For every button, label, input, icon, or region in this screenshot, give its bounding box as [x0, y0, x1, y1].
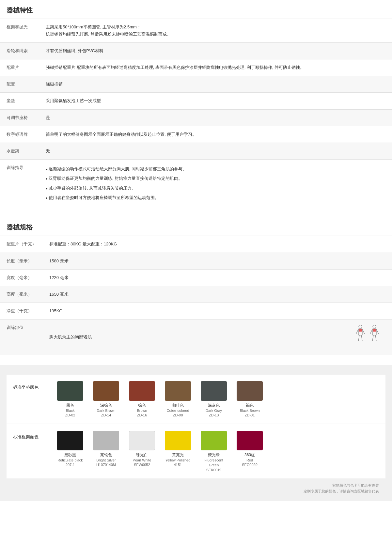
color-name-en: Yellow Polished — [165, 458, 191, 463]
color-swatch-item: 亮银色 Bright Silver H1070140M — [91, 431, 121, 472]
color-swatch-item: 棕色 Brown ZD-16 — [127, 381, 157, 417]
color-name-en: Dark Brown — [97, 408, 115, 413]
row-value: 195KG — [43, 303, 392, 319]
cushion-color-group: 标准坐垫颜色 黑色 Black ZD-02 深棕色 Dark Brown ZD-… — [7, 375, 385, 424]
color-swatch-item: 磨砂黑 Reticulate black 207-1 — [55, 431, 85, 472]
row-value: 主架采用50*100mm平椭圆管, 主管材厚为2.5mm； 机架钢管均经预先打磨… — [39, 19, 392, 43]
list-item: 逐渐减缓的动作模式可活动绝大部分胸大肌, 同时减少前部三角肌的参与。 — [46, 164, 385, 174]
list-item: 双臂联动保证更加均衡的力量训练, 肘始将力量直接传送给特定的肌肉。 — [46, 174, 385, 183]
row-value: 是 — [39, 109, 392, 126]
row-label: 可调节座椅 — [0, 109, 39, 126]
row-label: 净重（千克） — [0, 303, 43, 319]
row-value: 采用聚氨酯发泡工艺一次成型 — [39, 93, 392, 109]
table-row: 坐垫 采用聚氨酯发泡工艺一次成型 — [0, 93, 392, 109]
row-value: 简单明了的大幅健身图示全面展示正确的健身动作以及起止位置, 便于用户学习。 — [39, 126, 392, 143]
color-name-zh: 棕色 — [138, 403, 146, 408]
spec-title: 器械规格 — [0, 217, 392, 236]
color-code: ZD-13 — [209, 413, 219, 417]
color-name-en: Fluorescent Green — [199, 458, 228, 468]
color-swatch-item: 荧光绿 Fluorescent Green SEK0019 — [199, 431, 228, 472]
color-name-zh: 黑色 — [66, 403, 74, 408]
cushion-swatches: 黑色 Black ZD-02 深棕色 Dark Brown ZD-14 棕色 B… — [55, 381, 264, 417]
frame-label: 标准框架颜色 — [13, 431, 55, 440]
color-swatch-item: 深棕色 Dark Brown ZD-14 — [91, 381, 121, 417]
row-label: 宽度（毫米） — [0, 269, 43, 286]
color-name-en: Brown — [137, 408, 147, 413]
row-value: 逐渐减缓的动作模式可活动绝大部分胸大肌, 同时减少前部三角肌的参与。 双臂联动保… — [39, 159, 392, 207]
table-row: 训练指导 逐渐减缓的动作模式可活动绝大部分胸大肌, 同时减少前部三角肌的参与。 … — [0, 159, 392, 207]
color-code: ZD-14 — [101, 413, 111, 417]
svg-point-0 — [359, 325, 362, 328]
color-swatch-item: 咖啡色 Cofee-colored ZD-08 — [163, 381, 193, 417]
table-row: 框架和抛光 主架采用50*100mm平椭圆管, 主管材厚为2.5mm； 机架钢管… — [0, 19, 392, 43]
svg-rect-9 — [373, 329, 376, 332]
row-value: 胸大肌为主的胸部诸肌 — [43, 319, 392, 355]
color-name-zh: 360红 — [244, 452, 255, 458]
row-label: 水壶架 — [0, 143, 39, 159]
footer-note-2: 定制专属于您的颜色，详情咨询当区域销售代表 — [7, 488, 379, 494]
list-item: 减少手臂的外部旋转, 从而减轻肩关节的压力。 — [46, 183, 385, 193]
row-value: 1580 毫米 — [43, 253, 392, 269]
mechanical-table: 框架和抛光 主架采用50*100mm平椭圆管, 主管材厚为2.5mm； 机架钢管… — [0, 19, 392, 207]
svg-line-3 — [356, 329, 358, 334]
color-name-en: Black Brown — [240, 408, 259, 413]
color-swatch-item: 深灰色 Dark Gray ZD-13 — [199, 381, 228, 417]
footer-note: 实物颜色与色卡可能会有差异 定制专属于您的颜色，详情咨询当区域销售代表 — [7, 479, 385, 498]
color-code: 207-1 — [66, 463, 75, 467]
row-label: 长度（毫米） — [0, 253, 43, 269]
color-name-zh: 亮银色 — [100, 452, 112, 458]
table-row: 滑轮和绳索 才有优质钢丝绳, 外包PVC材料 — [0, 43, 392, 59]
row-label: 滑轮和绳索 — [0, 43, 39, 59]
row-value: 标准配重：80KG 最大配重：120KG — [43, 236, 392, 253]
color-name-zh: 褐色 — [246, 403, 254, 408]
svg-line-13 — [375, 335, 376, 341]
row-value: 1220 毫米 — [43, 269, 392, 286]
table-row: 净重（千克） 195KG — [0, 303, 392, 319]
color-swatch-item: 黑色 Black ZD-02 — [55, 381, 85, 417]
mechanical-title: 器械特性 — [0, 0, 392, 19]
mechanical-section: 器械特性 框架和抛光 主架采用50*100mm平椭圆管, 主管材厚为2.5mm；… — [0, 0, 392, 207]
color-swatch-item: 珠光白 Pearl White SEW0052 — [127, 431, 157, 472]
table-row: 高度（毫米） 1650 毫米 — [0, 286, 392, 303]
color-swatch-box — [201, 381, 227, 401]
row-label: 框架和抛光 — [0, 19, 39, 43]
row-value: 强磁插销配重片,配重块的所有表面均经过高精度加工处理, 表面带有黑色保护涂层并经… — [39, 59, 392, 76]
color-swatch-box — [165, 431, 191, 450]
color-code: SEG0029 — [242, 463, 258, 467]
color-name-en: Bright Silver — [96, 458, 116, 463]
color-swatch-item: 黄亮光 Yellow Polished 4151 — [163, 431, 193, 472]
color-code: H1070140M — [96, 463, 116, 467]
color-name-zh: 咖啡色 — [172, 403, 184, 408]
row-label: 配重片 — [0, 59, 39, 76]
table-row: 配重片（千克） 标准配重：80KG 最大配重：120KG — [0, 236, 392, 253]
training-list: 逐渐减缓的动作模式可活动绝大部分胸大肌, 同时减少前部三角肌的参与。 双臂联动保… — [46, 164, 385, 203]
color-name-en: Red — [246, 458, 253, 463]
color-code: ZD-02 — [65, 413, 75, 417]
color-section: 标准坐垫颜色 黑色 Black ZD-02 深棕色 Dark Brown ZD-… — [0, 365, 392, 501]
color-swatch-box — [57, 431, 83, 450]
color-name-en: Cofee-colored — [166, 408, 189, 413]
svg-line-4 — [362, 329, 365, 334]
svg-line-10 — [370, 329, 372, 334]
color-swatch-box — [237, 431, 263, 450]
color-code: ZD-01 — [245, 413, 255, 417]
frame-color-group: 标准框架颜色 磨砂黑 Reticulate black 207-1 亮银色 Br… — [7, 424, 385, 478]
color-swatch-box — [165, 381, 191, 401]
table-row: 宽度（毫米） 1220 毫米 — [0, 269, 392, 286]
color-name-en: Black — [66, 408, 75, 413]
svg-line-5 — [358, 335, 359, 341]
color-code: SEW0052 — [134, 463, 150, 467]
color-code: ZD-16 — [137, 413, 147, 417]
svg-line-12 — [372, 335, 373, 341]
frame-swatches: 磨砂黑 Reticulate black 207-1 亮银色 Bright Si… — [55, 431, 264, 472]
row-label: 高度（毫米） — [0, 286, 43, 303]
row-label: 训练指导 — [0, 159, 39, 207]
color-swatch-item: 360红 Red SEG0029 — [235, 431, 264, 472]
color-swatch-box — [57, 381, 83, 401]
color-name-zh: 珠光白 — [136, 452, 148, 458]
color-swatch-box — [201, 431, 227, 450]
color-name-en: Pearl White — [133, 458, 151, 463]
table-row: 可调节座椅 是 — [0, 109, 392, 126]
table-row: 数字标语牌 简单明了的大幅健身图示全面展示正确的健身动作以及起止位置, 便于用户… — [0, 126, 392, 143]
table-row: 长度（毫米） 1580 毫米 — [0, 253, 392, 269]
